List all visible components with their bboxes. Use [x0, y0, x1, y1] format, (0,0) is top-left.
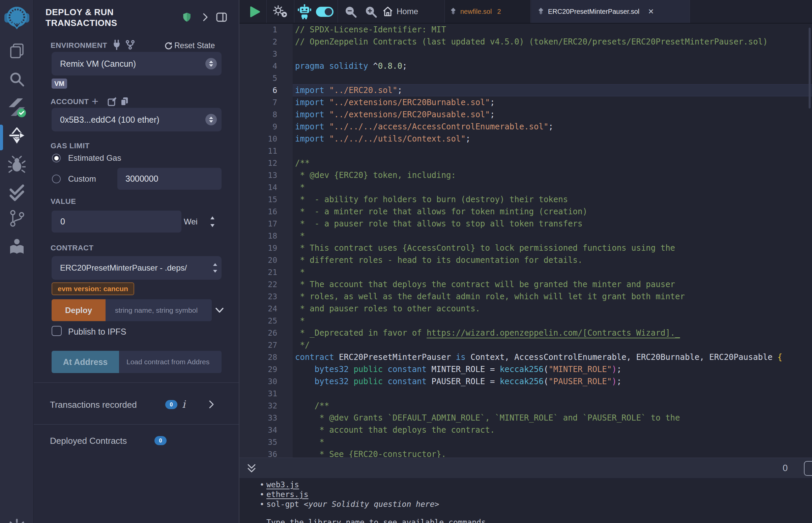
settings-icon[interactable] — [0, 513, 34, 523]
code-line[interactable]: 29 bytes32 public constant MINTER_ROLE =… — [240, 363, 812, 375]
code-line[interactable]: 35 * — [240, 436, 812, 448]
code-line[interactable]: 5 — [240, 72, 812, 84]
deploy-run-panel: DEPLOY & RUN TRANSACTIONS ENVIRONMENT — [34, 0, 240, 523]
terminal-header[interactable]: 0 — [240, 458, 812, 479]
line-number: 19 — [240, 244, 293, 252]
edit-account-icon[interactable] — [107, 97, 117, 107]
code-line[interactable]: 14 * — [240, 181, 812, 194]
unit-testing-icon[interactable] — [0, 179, 34, 208]
reset-state-button[interactable]: Reset State — [174, 41, 215, 50]
code-line[interactable]: 28contract ERC20PresetMinterPauser is Co… — [240, 351, 812, 363]
publish-ipfs-checkbox[interactable] — [52, 326, 62, 336]
code-line[interactable]: 9import "../../../access/AccessControlEn… — [240, 121, 812, 133]
ai-toggle-switch[interactable] — [316, 7, 334, 17]
deploy-args-input[interactable] — [106, 299, 212, 321]
value-input[interactable] — [52, 211, 181, 233]
add-account-icon[interactable]: + — [92, 96, 99, 107]
code-line[interactable]: 19 * This contract uses {AccessControl} … — [240, 242, 812, 254]
environment-select[interactable]: Remix VM (Cancun) — [52, 52, 222, 75]
custom-gas-input[interactable] — [117, 168, 222, 190]
script-config-icon[interactable] — [273, 5, 288, 18]
code-line[interactable]: 2// OpenZeppelin Contracts (last updated… — [240, 36, 812, 48]
account-select[interactable]: 0x5B3...eddC4 (100 ether) — [52, 108, 222, 131]
editor-scrollbar[interactable] — [809, 28, 811, 109]
tab-newfile[interactable]: newfile.sol 2 — [445, 0, 530, 23]
code-line[interactable]: 15 * - ability for holders to burn (dest… — [240, 194, 812, 205]
code-line[interactable]: 11 — [240, 145, 812, 157]
search-icon[interactable] — [0, 65, 34, 94]
code-line[interactable]: 16 * - a minter role that allows for tok… — [240, 205, 812, 218]
info-icon[interactable]: i — [182, 398, 186, 410]
remix-logo-icon[interactable] — [0, 3, 34, 32]
code-line[interactable]: 21 * — [240, 266, 812, 278]
copy-account-icon[interactable] — [120, 97, 129, 106]
panel-layout-icon[interactable] — [216, 12, 227, 22]
plug-icon[interactable] — [112, 40, 121, 50]
code-line[interactable]: 20 * different roles - head to its docum… — [240, 254, 812, 266]
reset-state-icon[interactable] — [164, 41, 173, 50]
learneth-icon[interactable] — [0, 233, 34, 262]
solidity-compiler-icon[interactable] — [0, 93, 34, 122]
code-line[interactable]: 26 * _Deprecated in favor of https://wiz… — [240, 327, 812, 339]
contract-select[interactable]: ERC20PresetMinterPauser - .deps/ — [52, 256, 222, 280]
terminal-link[interactable]: web3.js — [266, 480, 299, 489]
run-script-icon[interactable] — [249, 6, 260, 18]
tab-erc20presetminterpauser[interactable]: ERC20PresetMinterPauser.sol × — [531, 0, 690, 23]
zoom-in-icon[interactable] — [365, 6, 377, 18]
chevron-right-icon[interactable] — [201, 13, 210, 22]
code-line[interactable]: 33 * @dev Grants `DEFAULT_ADMIN_ROLE`, `… — [240, 412, 812, 424]
code-line[interactable]: 27 */ — [240, 339, 812, 351]
code-line[interactable]: 10import "../../../utils/Context.sol"; — [240, 133, 812, 145]
expand-terminal-icon[interactable] — [247, 463, 256, 473]
ai-copilot-icon[interactable] — [297, 4, 312, 20]
code-line[interactable]: 22 * The account that deploys the contra… — [240, 278, 812, 290]
code-line[interactable]: 1// SPDX-License-Identifier: MIT — [240, 23, 812, 36]
estimated-gas-radio[interactable] — [52, 154, 61, 162]
unit-spinner-icon[interactable] — [210, 216, 215, 228]
code-line[interactable]: 12/** — [240, 157, 812, 169]
expand-deploy-icon[interactable] — [215, 307, 224, 313]
code-line[interactable]: 13 * @dev {ERC20} token, including: — [240, 169, 812, 181]
code-line[interactable]: 36 * See {ERC20-constructor}. — [240, 448, 812, 458]
code-line[interactable]: 34 * account that deploys the contract. — [240, 424, 812, 436]
at-address-button[interactable]: At Address — [52, 351, 119, 373]
code-line[interactable]: 17 * - a pauser role that allows to stop… — [240, 218, 812, 230]
code-line[interactable]: 4pragma solidity ^0.8.0; — [240, 60, 812, 72]
terminal-list-item: • ethers.js — [240, 490, 812, 500]
custom-gas-radio[interactable] — [52, 175, 61, 183]
shield-icon[interactable] — [181, 12, 192, 22]
debugger-icon[interactable] — [0, 150, 34, 179]
deploy-button[interactable]: Deploy — [52, 299, 106, 321]
code-line[interactable]: 23 * roles, as well as the default admin… — [240, 290, 812, 303]
code-line[interactable]: 31 — [240, 387, 812, 400]
at-address-input[interactable] — [119, 351, 222, 373]
code-line[interactable]: 7import "../extensions/ERC20Burnable.sol… — [240, 96, 812, 109]
home-icon[interactable] — [383, 6, 393, 17]
environment-value: Remix VM (Cancun) — [52, 59, 205, 69]
close-tab-icon[interactable]: × — [648, 7, 654, 16]
fork-environment-icon[interactable] — [125, 40, 135, 50]
code-editor[interactable]: 1// SPDX-License-Identifier: MIT2// Open… — [240, 23, 812, 458]
code-line[interactable]: 25 * — [240, 315, 812, 327]
code-line[interactable]: 6import "../ERC20.sol"; — [240, 84, 812, 96]
line-number: 36 — [240, 450, 293, 458]
terminal-search-box[interactable] — [804, 461, 812, 476]
line-number: 30 — [240, 377, 293, 386]
home-tab-label[interactable]: Home — [396, 7, 418, 16]
environment-label: ENVIRONMENT — [51, 41, 107, 50]
deploy-run-icon[interactable] — [0, 121, 34, 150]
code-line[interactable]: 18 * — [240, 230, 812, 242]
panel-title: DEPLOY & RUN TRANSACTIONS — [46, 7, 157, 28]
value-unit-select[interactable]: Wei — [184, 211, 198, 233]
terminal-link[interactable]: ethers.js — [266, 490, 308, 499]
file-explorer-icon[interactable] — [0, 36, 34, 65]
terminal-output[interactable]: • web3.js• ethers.js• sol-gpt <your Soli… — [240, 479, 812, 523]
code-line[interactable]: 24 * and pauser roles to other accounts. — [240, 303, 812, 315]
code-line[interactable]: 3 — [240, 48, 812, 60]
expand-transactions-icon[interactable] — [208, 400, 214, 409]
code-line[interactable]: 30 bytes32 public constant PAUSER_ROLE =… — [240, 375, 812, 387]
zoom-out-icon[interactable] — [345, 6, 357, 18]
code-line[interactable]: 8import "../extensions/ERC20Pausable.sol… — [240, 109, 812, 121]
git-icon[interactable] — [0, 204, 34, 233]
code-line[interactable]: 32 /** — [240, 400, 812, 412]
